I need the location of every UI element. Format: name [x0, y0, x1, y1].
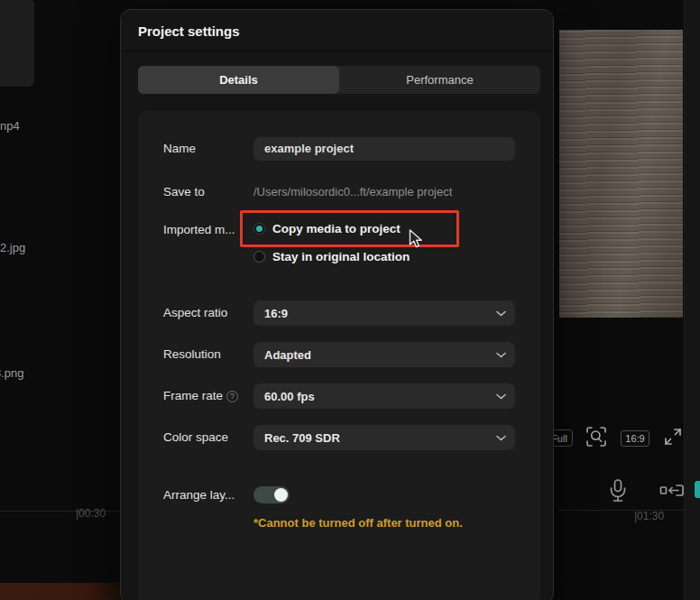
chevron-down-icon — [496, 435, 506, 441]
settings-panel: Name example project Save to /Users/milo… — [138, 111, 540, 600]
radio-checked-icon[interactable] — [253, 223, 265, 235]
chevron-down-icon — [496, 393, 506, 400]
resolution-value: Adapted — [264, 348, 311, 362]
arrange-layers-label: Arrange lay... — [163, 486, 235, 503]
aspect-ratio-value: 16:9 — [264, 307, 288, 320]
project-settings-dialog: Project settings Details Performance Nam… — [120, 9, 554, 600]
chevron-down-icon — [496, 310, 506, 317]
color-space-label: Color space — [163, 425, 228, 450]
dialog-tab-bar: Details Performance — [138, 66, 540, 94]
timeline-timestamp-left: |00:30 — [76, 507, 106, 520]
save-to-label: Save to — [163, 183, 205, 201]
mouse-cursor — [409, 229, 425, 253]
dialog-title: Project settings — [121, 10, 553, 51]
media-item-image-3[interactable] — [0, 0, 34, 87]
frame-rate-select[interactable]: 60.00 fps — [253, 383, 515, 409]
resolution-select[interactable]: Adapted — [253, 342, 515, 367]
preview-video-frame — [559, 30, 683, 318]
media-item-image-2-label: 2.jpg — [0, 241, 25, 254]
preview-ratio-button[interactable]: 16:9 — [621, 430, 649, 447]
toggle-warning-text: *Cannot be turned off after turned on. — [253, 516, 463, 530]
timeline-clip[interactable] — [0, 583, 121, 600]
insert-media-icon[interactable] — [659, 484, 685, 501]
name-label: Name — [163, 137, 196, 161]
timeline-timestamp-right: |01:30 — [634, 510, 664, 522]
radio-stay-original-label: Stay in original location — [272, 250, 410, 263]
chevron-down-icon — [496, 352, 506, 358]
aspect-ratio-label: Aspect ratio — [163, 300, 227, 326]
fullscreen-icon[interactable] — [662, 426, 684, 451]
imported-media-label: Imported m... — [163, 220, 235, 240]
media-item-image-3-label: 3.png — [0, 366, 24, 380]
project-name-input[interactable]: example project — [253, 137, 515, 161]
resolution-label: Resolution — [163, 342, 221, 367]
color-space-value: Rec. 709 SDR — [264, 431, 340, 445]
radio-unchecked-icon[interactable] — [253, 251, 265, 263]
color-space-select[interactable]: Rec. 709 SDR — [253, 425, 515, 450]
edge-button-sliver[interactable] — [695, 481, 700, 498]
arrange-layers-toggle[interactable] — [253, 486, 290, 503]
aspect-ratio-select[interactable]: 16:9 — [253, 300, 515, 326]
frame-rate-value: 60.00 fps — [264, 390, 315, 403]
save-path-value: /Users/milosordic0...ft/example project — [253, 183, 452, 201]
media-item-video-label: np4 — [0, 119, 20, 133]
radio-copy-media-label: Copy media to project — [272, 222, 401, 235]
toggle-knob — [274, 488, 288, 502]
help-icon[interactable]: ? — [226, 391, 238, 402]
tab-details[interactable]: Details — [138, 66, 339, 94]
radio-copy-media[interactable]: Copy media to project — [253, 218, 401, 238]
frame-rate-label: Frame rate? — [163, 383, 238, 409]
right-panel-edge — [684, 0, 700, 600]
zoom-fit-icon[interactable] — [585, 425, 608, 452]
tab-performance[interactable]: Performance — [339, 66, 540, 94]
microphone-icon[interactable] — [608, 478, 628, 506]
radio-stay-original[interactable]: Stay in original location — [253, 246, 410, 266]
timeline-ruler-divider-right — [557, 510, 700, 511]
app-screen: 00:07 np4 2.jpg 3.png |00:30 |01:30 Full… — [0, 0, 700, 600]
frame-rate-label-text: Frame rate — [163, 389, 223, 402]
